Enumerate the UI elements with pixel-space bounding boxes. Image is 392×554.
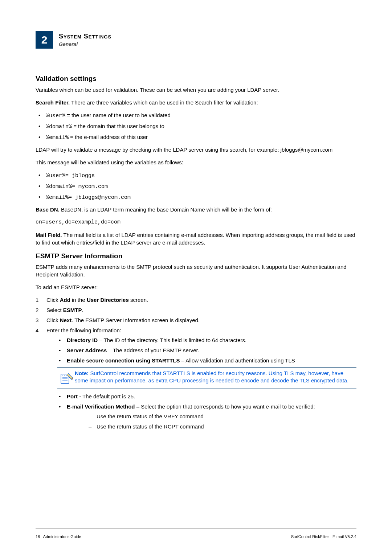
field-directory-id: Directory ID – The ID of the directory. …	[46, 336, 356, 344]
note-label: Note:	[75, 370, 89, 376]
step-4: 4 Enter the following information: Direc…	[36, 327, 356, 430]
esmtp-add-intro: To add an ESMTP server:	[36, 283, 356, 291]
search-filter-vars: %user% = the user name of the user to be…	[36, 111, 356, 141]
list-item: %domain% = the domain that this user bel…	[36, 122, 356, 131]
step-4-fields: Directory ID – The ID of the directory. …	[46, 336, 356, 364]
note-icon	[57, 370, 75, 386]
validated-intro: This message will be validated using the…	[36, 159, 356, 166]
base-dn-code: cn=users,dc=example,dc=com	[36, 218, 356, 226]
var-text: = the e-mail address of this user	[69, 134, 148, 140]
list-item: %email%= jbloggs@mycom.com	[36, 193, 356, 201]
header-subtitle: General	[59, 41, 111, 48]
note-body: SurfControl recommends that STARTTLS is …	[75, 370, 348, 383]
note-box: Note: SurfControl recommends that STARTT…	[57, 367, 356, 389]
verify-option: Use the return status of the RCPT comman…	[67, 423, 356, 430]
validated-code: %email%= jbloggs@mycom.com	[46, 194, 131, 201]
step-text: Enter the following information:	[46, 327, 121, 333]
esmtp-steps: 1 Click Add in the User Directories scre…	[36, 296, 356, 430]
field-verification: E-mail Verification Method – Select the …	[46, 403, 356, 430]
svg-point-2	[64, 375, 65, 376]
chapter-number-box: 2	[36, 31, 53, 49]
step-4-fields-cont: Port - The default port is 25. E-mail Ve…	[46, 393, 356, 430]
mail-field-line: Mail Field. The mail field is a list of …	[36, 231, 356, 246]
var-text: = the domain that this user belongs to	[72, 123, 164, 129]
page-header: 2 System Settings General	[36, 31, 356, 49]
validation-intro: Variables which can be used for validati…	[36, 86, 356, 94]
mail-field-label: Mail Field.	[36, 232, 62, 238]
step-text: Click Add in the User Directories screen…	[46, 297, 148, 303]
step-1: 1 Click Add in the User Directories scre…	[36, 296, 356, 304]
chapter-number: 2	[41, 32, 48, 48]
guide-name: Administrator's Guide	[43, 534, 81, 539]
header-title: System Settings	[59, 32, 111, 41]
field-starttls: Enable secure connection using STARTTLS …	[46, 357, 356, 364]
list-item: %user%= jbloggs	[36, 171, 356, 180]
header-titles: System Settings General	[59, 31, 111, 48]
field-server-address: Server Address – The address of your ESM…	[46, 346, 356, 354]
search-filter-line: Search Filter. There are three variables…	[36, 99, 356, 106]
page-footer: 18 Administrator's Guide SurfControl Ris…	[36, 522, 356, 539]
var-code: %user%	[46, 113, 65, 119]
field-port: Port - The default port is 25.	[46, 393, 356, 400]
svg-point-1	[62, 375, 63, 376]
ldap-try: LDAP will try to validate a message by c…	[36, 146, 356, 153]
mail-field-text: The mail field is a list of LDAP entries…	[36, 232, 355, 246]
note-text: Note: SurfControl recommends that STARTT…	[75, 370, 356, 386]
search-filter-text: There are three variables which can be u…	[70, 99, 258, 106]
base-dn-text: BaseDN, is an LDAP term meaning the base…	[60, 206, 272, 213]
validated-list: %user%= jbloggs %domain%= mycom.com %ema…	[36, 171, 356, 201]
list-item: %user% = the user name of the user to be…	[36, 111, 356, 120]
step-3: 3 Click Next. The ESMTP Server Informati…	[36, 316, 356, 324]
validated-code: %user%= jbloggs	[46, 173, 95, 179]
step-text: Select ESMTP.	[46, 307, 83, 313]
list-item: %domain%= mycom.com	[36, 182, 356, 190]
step-text: Click Next. The ESMTP Server Information…	[46, 317, 200, 323]
var-text: = the user name of the user to be valida…	[65, 112, 171, 118]
footer-left: 18 Administrator's Guide	[36, 534, 81, 539]
step-2: 2 Select ESMTP.	[36, 306, 356, 314]
validated-code: %domain%= mycom.com	[46, 184, 108, 190]
var-code: %domain%	[46, 124, 72, 130]
verification-options: Use the return status of the VRFY comman…	[67, 413, 356, 430]
verify-option: Use the return status of the VRFY comman…	[67, 413, 356, 420]
esmtp-intro: ESMTP adds many enhancements to the SMTP…	[36, 263, 356, 278]
footer-right: SurfControl RiskFilter - E-mail V5.2.4	[291, 534, 356, 539]
list-item: %email% = the e-mail address of this use…	[36, 133, 356, 141]
footer-rule	[36, 529, 356, 529]
heading-esmtp: ESMTP Server Information	[36, 251, 356, 261]
footer-line: 18 Administrator's Guide SurfControl Ris…	[36, 534, 356, 539]
heading-validation: Validation settings	[36, 74, 356, 84]
search-filter-label: Search Filter.	[36, 99, 70, 106]
var-code: %email%	[46, 135, 69, 141]
page-number: 18	[36, 534, 40, 539]
base-dn-line: Base DN. BaseDN, is an LDAP term meaning…	[36, 206, 356, 213]
base-dn-label: Base DN.	[36, 206, 60, 213]
